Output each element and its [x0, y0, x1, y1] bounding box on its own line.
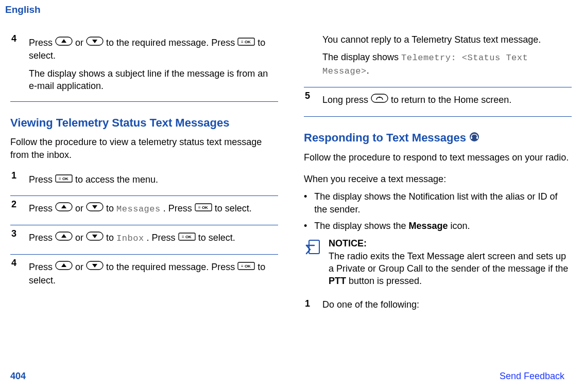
down-button-icon [86, 37, 104, 49]
step-number: 4 [10, 258, 24, 292]
bullet-1: • The display shows the Notification lis… [304, 190, 572, 216]
svg-rect-18 [371, 94, 388, 102]
text: to select. [198, 233, 235, 243]
step-4-top: 4 Press or to the required message. Pres… [10, 33, 278, 97]
svg-text:≡ OK: ≡ OK [182, 235, 192, 239]
mono-text: Messages [116, 204, 161, 214]
text: The display shows the [314, 221, 408, 231]
ok-button-icon: ≡ OK [237, 37, 255, 49]
telemetry-step-4: 4 Press or to the required message. Pres… [10, 258, 278, 292]
title-text: Responding to Text Messages [304, 131, 469, 144]
spacer [304, 33, 317, 83]
text: Press [29, 203, 55, 213]
step-body: Press ≡ OK to access the menu. [29, 170, 278, 191]
text: Press [29, 38, 55, 48]
bullet-text: The display shows the Notification list … [314, 190, 572, 216]
telemetry-step-2: 2 Press or to Messages . Press ≡ OK [10, 199, 278, 221]
step-number: 2 [10, 199, 24, 221]
section-title-telemetry: Viewing Telemetry Status Text Messages [10, 116, 278, 130]
svg-text:≡ OK: ≡ OK [198, 205, 208, 210]
step-note: The display shows a subject line if the … [29, 67, 278, 93]
notice-block: NOTICE: The radio exits the Text Message… [304, 237, 572, 287]
text: or [75, 38, 86, 48]
divider [10, 101, 278, 102]
step-number: 1 [304, 298, 317, 316]
svg-rect-23 [309, 240, 319, 254]
svg-text:≡ OK: ≡ OK [59, 176, 68, 181]
headset-icon [469, 132, 479, 145]
ok-button-icon: ≡ OK [237, 261, 255, 273]
text: to [106, 233, 116, 243]
step-number: 1 [10, 170, 24, 191]
text: . [367, 65, 369, 76]
section-desc: Follow the procedure to respond to text … [304, 151, 572, 164]
text: The radio exits the Text Message alert s… [329, 251, 568, 274]
text: Do one of the following: [322, 298, 572, 311]
down-button-icon [86, 231, 104, 244]
content-columns: 4 Press or to the required message. Pres… [10, 33, 573, 319]
text: Press [29, 233, 55, 243]
mono-text: Inbox [116, 234, 144, 243]
step-body: Press or to the required message. Press … [29, 33, 278, 97]
footer: 404 Send Feedback [10, 371, 564, 382]
text: The display shows [322, 52, 401, 62]
step-body: Press or to the required message. Press … [29, 258, 278, 292]
text: icon. [448, 221, 470, 231]
step-number: 4 [10, 33, 24, 97]
text: You cannot reply to a Telemetry Status t… [322, 33, 572, 46]
up-button-icon [55, 37, 73, 49]
divider [10, 195, 278, 196]
text: to select. [215, 203, 252, 213]
step-body: Do one of the following: [322, 298, 572, 316]
down-button-icon [86, 202, 104, 215]
divider [10, 225, 278, 225]
ok-button-icon: ≡ OK [55, 173, 73, 186]
step-body: Press or to Inbox . Press ≡ OK to selec [29, 228, 278, 250]
text: Press [29, 174, 55, 185]
svg-text:≡ OK: ≡ OK [241, 264, 251, 269]
notice-icon [304, 237, 322, 287]
text: or [75, 233, 86, 243]
text: to access the menu. [75, 174, 158, 185]
step-number: 5 [304, 91, 317, 112]
telemetry-step-1: 1 Press ≡ OK to access the menu. [10, 170, 278, 191]
notice-body: NOTICE: The radio exits the Text Message… [329, 237, 572, 287]
text: to [106, 203, 116, 213]
text: . Press [163, 203, 195, 213]
text: to the required message. Press [106, 262, 237, 272]
right-column: You cannot reply to a Telemetry Status t… [304, 33, 572, 319]
divider [10, 254, 278, 255]
home-button-icon [371, 94, 388, 106]
section-desc: Follow the procedure to view a telemetry… [10, 136, 278, 161]
ok-button-icon: ≡ OK [195, 202, 212, 215]
bullet-dot: • [304, 220, 307, 232]
when-receive: When you receive a text message: [304, 173, 572, 185]
text: Press [29, 262, 55, 272]
bullet-2: • The display shows the Message icon. [304, 220, 572, 232]
bullet-text: The display shows the Message icon. [314, 220, 470, 232]
step-body: You cannot reply to a Telemetry Status t… [322, 33, 572, 83]
svg-text:≡ OK: ≡ OK [241, 40, 251, 44]
step-continuation: You cannot reply to a Telemetry Status t… [304, 33, 572, 83]
text: . Press [147, 233, 178, 243]
ok-button-icon: ≡ OK [178, 231, 196, 244]
notice-label: NOTICE: [329, 238, 367, 248]
text: or [75, 262, 86, 272]
bullet-dot: • [304, 190, 307, 216]
step-number: 3 [10, 228, 24, 250]
respond-step-1: 1 Do one of the following: [304, 298, 572, 316]
text: Long press [322, 95, 371, 105]
step-5: 5 Long press to return to the Home scree… [304, 91, 572, 112]
up-button-icon [55, 202, 73, 215]
section-title-responding: Responding to Text Messages [304, 131, 572, 145]
svg-rect-22 [476, 137, 478, 139]
telemetry-step-3: 3 Press or to Inbox . Press ≡ OK [10, 228, 278, 250]
bold-text: PTT [329, 276, 346, 286]
step-body: Press or to Messages . Press ≡ OK to se [29, 199, 278, 221]
send-feedback-link[interactable]: Send Feedback [500, 371, 564, 382]
language-header: English [5, 4, 573, 15]
svg-rect-21 [471, 137, 472, 139]
text: to return to the Home screen. [391, 95, 511, 105]
down-button-icon [86, 261, 104, 273]
text: to the required message. Press [106, 38, 237, 48]
